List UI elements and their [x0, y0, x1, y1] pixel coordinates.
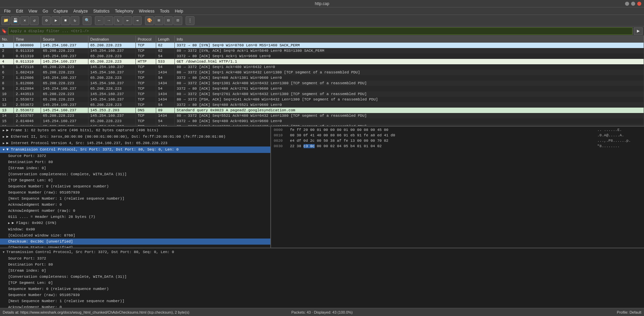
- cell-no: 12: [0, 102, 14, 108]
- table-row[interactable]: 112.55367265.208.228.223145.254.160.237T…: [0, 97, 644, 102]
- menu-capture[interactable]: Capture: [51, 8, 71, 14]
- col-header-destination[interactable]: Destination: [88, 36, 136, 43]
- table-row[interactable]: 10.000000145.254.160.23765.208.228.223TC…: [0, 43, 644, 48]
- tb-goto[interactable]: ↳: [114, 16, 123, 25]
- detail-line[interactable]: Transmission Control Protocol, Src Port:…: [0, 249, 644, 255]
- table-row[interactable]: 71.812606145.254.160.23765.208.228.223TC…: [0, 75, 644, 81]
- cell-info: 80 → 3372 [ACK] Seq=1 Ack=480 Win=6432 L…: [174, 70, 644, 75]
- col-header-source[interactable]: Source: [41, 36, 88, 43]
- detail-line[interactable]: Checksum: 0xc30c [unverified]: [0, 239, 270, 245]
- tb-first[interactable]: ⇤: [123, 16, 132, 25]
- col-header-length[interactable]: Length: [156, 36, 174, 43]
- col-header-protocol[interactable]: Protocol: [136, 36, 156, 43]
- tb-expand[interactable]: ⋮: [186, 16, 194, 25]
- detail-line[interactable]: [Checksum Status: Unverified]: [0, 245, 270, 248]
- tb-close[interactable]: ✕: [20, 16, 29, 25]
- menu-telephony[interactable]: Telephony: [112, 8, 136, 14]
- cell-no: 3: [0, 53, 14, 59]
- packet-list: No. Time Source Destination Protocol Len…: [0, 36, 644, 127]
- menu-tools[interactable]: Tools: [157, 8, 172, 14]
- detail-line[interactable]: ▼ Transmission Control Protocol, Src Por…: [0, 146, 270, 153]
- col-header-no[interactable]: No.: [0, 36, 14, 43]
- menu-analyze[interactable]: Analyze: [71, 8, 91, 14]
- detail-line[interactable]: Sequence Number (raw): 951057939: [0, 292, 644, 298]
- table-row[interactable]: 102.44351365.208.228.223145.254.160.237T…: [0, 91, 644, 97]
- menu-edit[interactable]: Edit: [13, 8, 26, 14]
- table-row[interactable]: 81.81260665.208.228.223145.254.160.237TC…: [0, 81, 644, 86]
- detail-line[interactable]: Acknowledgment Number: 0: [0, 304, 644, 308]
- menu-view[interactable]: View: [26, 8, 40, 14]
- tb-filter-expr[interactable]: 🔍: [83, 16, 91, 25]
- cell-proto: TCP: [136, 81, 156, 86]
- detail-line[interactable]: Destination Port: 80: [0, 159, 270, 165]
- table-row[interactable]: 122.553672145.254.160.23765.208.228.223T…: [0, 102, 644, 108]
- cell-no: 5: [0, 64, 14, 70]
- detail-line[interactable]: Sequence Number (raw): 951057939: [0, 189, 270, 196]
- tb-open[interactable]: 📁: [1, 16, 10, 25]
- filter-apply-btn[interactable]: ▶: [634, 27, 643, 35]
- tb-zoom-out[interactable]: ⊟: [164, 16, 173, 25]
- table-row[interactable]: 20.91131065.208.228.223145.254.160.237TC…: [0, 48, 644, 53]
- table-row[interactable]: 61.68241965.208.228.223145.254.160.237TC…: [0, 70, 644, 75]
- detail-line[interactable]: [Calculated window size: 8760]: [0, 232, 270, 239]
- tb-resize[interactable]: ⊡: [173, 16, 182, 25]
- maximize-btn[interactable]: [631, 2, 635, 6]
- detail-line[interactable]: ▶ Frame 1: 62 bytes on wire (496 bits), …: [0, 127, 270, 134]
- detail-line[interactable]: Window: 0x00: [0, 226, 270, 232]
- tb-stop-capture[interactable]: ■: [61, 16, 70, 25]
- tb-colorize[interactable]: 🎨: [145, 16, 154, 25]
- tb-restart-capture[interactable]: ↻: [70, 16, 79, 25]
- detail-line[interactable]: Sequence Number: 0 (relative sequence nu…: [0, 286, 644, 292]
- detail-line[interactable]: Destination Port: 80: [0, 262, 644, 268]
- tb-save[interactable]: 💾: [11, 16, 20, 25]
- tb-last[interactable]: ⇥: [133, 16, 142, 25]
- detail-line[interactable]: [Conversation completeness: Complete, WI…: [0, 274, 644, 280]
- table-row[interactable]: 132.553672145.254.160.237145.253.2.203DN…: [0, 108, 644, 113]
- tb-start-capture[interactable]: ▶: [51, 16, 60, 25]
- detail-line[interactable]: Source Port: 3372: [0, 255, 644, 262]
- cell-src: 65.208.228.223: [41, 91, 88, 97]
- table-row[interactable]: 51.47211665.208.228.223145.254.160.237TC…: [0, 64, 644, 70]
- menu-help[interactable]: Help: [172, 8, 186, 14]
- table-row[interactable]: 30.911310145.254.160.23765.208.228.223TC…: [0, 53, 644, 59]
- cell-dst: 145.254.160.237: [88, 70, 136, 75]
- detail-line[interactable]: ▶ Ethernet II, Src: Xerox_00:00:00 (00:0…: [0, 134, 270, 140]
- detail-line[interactable]: Sequence Number: 0 (relative sequence nu…: [0, 183, 270, 189]
- table-row[interactable]: 162.89416165.208.228.223145.254.160.237T…: [0, 124, 644, 127]
- tb-capture-options[interactable]: ⚙: [42, 16, 51, 25]
- menu-go[interactable]: Go: [40, 8, 51, 14]
- menu-file[interactable]: File: [1, 8, 13, 14]
- minimize-btn[interactable]: [625, 2, 629, 6]
- table-row[interactable]: 40.911310145.254.160.23765.208.228.223HT…: [0, 59, 644, 64]
- detail-line[interactable]: [Next Sequence Number: 1 (relative seque…: [0, 298, 644, 304]
- detail-line[interactable]: Source Port: 3372: [0, 153, 270, 159]
- detail-line[interactable]: ▶ Internet Protocol Version 4, Src: 145.…: [0, 140, 270, 146]
- status-bar: Details at: https://www.wireshark.org/do…: [0, 308, 644, 316]
- detail-line[interactable]: ▶ Flags: 0x002 (SYN): [0, 220, 270, 226]
- cell-time: 2.894161: [14, 124, 41, 127]
- cell-no: 8: [0, 81, 14, 86]
- table-row[interactable]: 92.012894145.254.160.23765.208.228.223TC…: [0, 86, 644, 91]
- detail-line[interactable]: [TCP Segment Len: 0]: [0, 177, 270, 183]
- detail-line[interactable]: Acknowledgment Number: 0: [0, 202, 270, 208]
- col-header-time[interactable]: Time: [14, 36, 41, 43]
- col-header-info[interactable]: Info: [174, 36, 644, 43]
- menu-wireless[interactable]: Wireless: [136, 8, 157, 14]
- cell-info: GET /download.html HTTP/1.1: [174, 59, 644, 64]
- menu-statistics[interactable]: Statistics: [90, 8, 112, 14]
- detail-line[interactable]: [Stream index: 0]: [0, 268, 644, 274]
- detail-line[interactable]: [TCP Segment Len: 0]: [0, 280, 644, 286]
- detail-line[interactable]: [Stream index: 0]: [0, 165, 270, 171]
- detail-line[interactable]: 0111 .... = Header Length: 28 bytes (7): [0, 214, 270, 220]
- detail-line[interactable]: [Next Sequence Number: 1 (relative seque…: [0, 196, 270, 202]
- filter-input[interactable]: [8, 27, 632, 35]
- close-btn[interactable]: [637, 2, 641, 6]
- tb-forward[interactable]: →: [104, 16, 113, 25]
- tb-zoom-in[interactable]: ⊞: [154, 16, 163, 25]
- table-row[interactable]: 142.63378765.208.228.223145.254.160.237T…: [0, 113, 644, 118]
- tb-reload[interactable]: ↺: [30, 16, 39, 25]
- table-row[interactable]: 152.814046145.254.160.23765.208.228.223T…: [0, 118, 644, 124]
- tb-back[interactable]: ←: [95, 16, 104, 25]
- detail-line[interactable]: Acknowledgment number (raw): 0: [0, 208, 270, 214]
- detail-line[interactable]: [Conversation completeness: Complete, WI…: [0, 171, 270, 177]
